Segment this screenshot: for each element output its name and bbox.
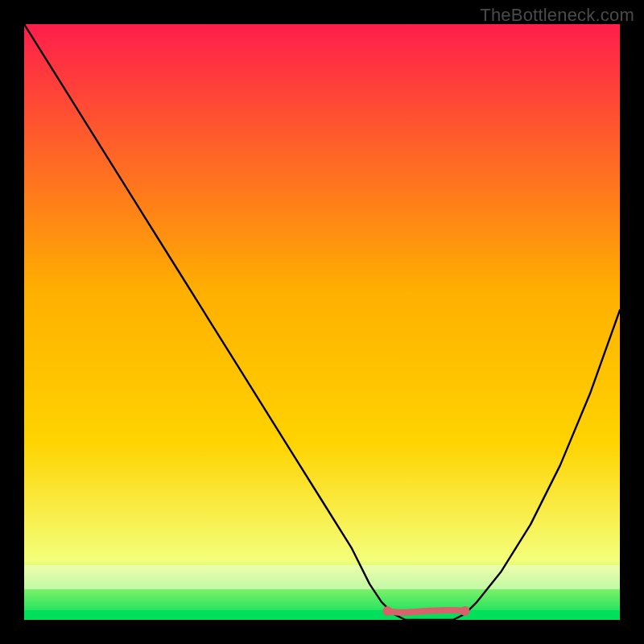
plot-area <box>24 24 620 620</box>
chart-frame: TheBottleneck.com <box>0 0 644 644</box>
valley-floor-marker <box>387 610 464 613</box>
gradient-background <box>24 24 620 620</box>
watermark-text: TheBottleneck.com <box>480 5 634 26</box>
green-floor <box>24 610 620 620</box>
chart-svg <box>24 24 620 620</box>
pale-band <box>24 565 620 589</box>
marker-floor-start <box>382 606 392 616</box>
marker-floor-end <box>460 606 470 616</box>
